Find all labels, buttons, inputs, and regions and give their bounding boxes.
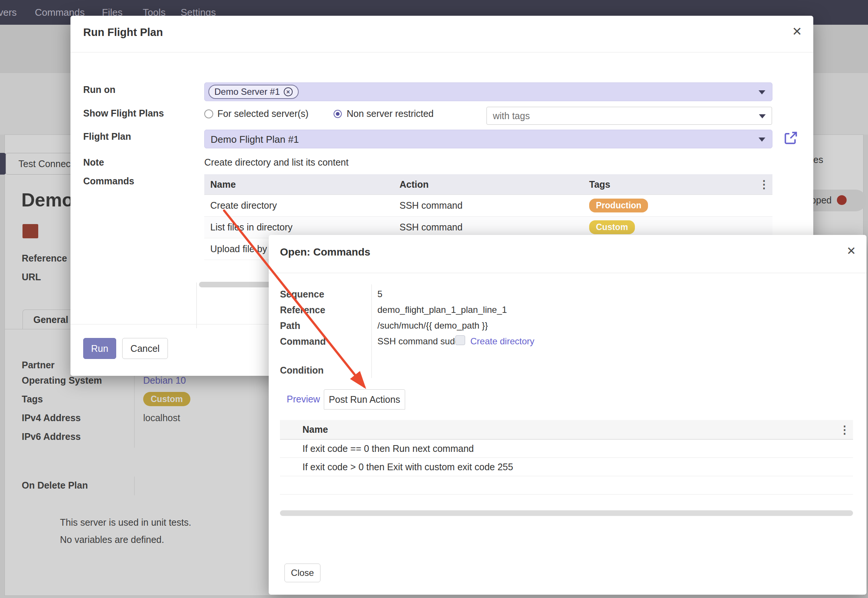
run-on-label: Run on	[83, 84, 115, 95]
chevron-down-icon[interactable]	[759, 114, 766, 118]
action-name: If exit code > 0 then Exit with custom e…	[297, 462, 853, 472]
server-tag-label: Demo Server #1	[214, 87, 280, 97]
flight-plan-label: Flight Plan	[83, 131, 131, 142]
row-name: List files in directory	[204, 222, 394, 233]
path-label: Path	[280, 320, 300, 331]
flight-plan-value: Demo Flight Plan #1	[211, 134, 299, 145]
close-button[interactable]: Close	[284, 564, 320, 582]
sequence-label: Sequence	[280, 289, 324, 300]
run-modal-header: Run Flight Plan ✕	[70, 16, 813, 52]
server-tag-chip[interactable]: Demo Server #1 ✕	[208, 85, 299, 99]
flight-plan-select[interactable]: Demo Flight Plan #1	[204, 130, 772, 148]
commands-table-header: Name Action Tags ⋮	[204, 174, 772, 195]
radio-for-selected-servers-label[interactable]: For selected server(s)	[217, 108, 308, 119]
command-label: Command	[280, 336, 326, 347]
tag-badge-custom: Custom	[589, 220, 635, 234]
radio-for-selected-servers[interactable]	[204, 109, 213, 118]
action-name: If exit code == 0 then Run next command	[297, 443, 853, 454]
close-icon[interactable]: ✕	[792, 25, 802, 37]
column-header-action[interactable]: Action	[394, 179, 583, 190]
row-action: SSH command	[394, 222, 583, 233]
close-icon[interactable]: ✕	[847, 245, 856, 257]
row-name: Create directory	[204, 200, 394, 211]
tag-badge-production: Production	[589, 199, 648, 212]
tab-post-run-actions[interactable]: Post Run Actions	[324, 389, 405, 410]
cancel-button[interactable]: Cancel	[122, 338, 168, 359]
row-action: SSH command	[394, 200, 583, 211]
note-label: Note	[83, 157, 104, 168]
actions-table-header: Name ⋮	[280, 420, 853, 440]
column-header-name[interactable]: Name	[204, 179, 394, 190]
kebab-menu-icon[interactable]: ⋮	[839, 424, 850, 435]
column-header-tags[interactable]: Tags	[583, 179, 772, 190]
post-run-actions-table: Name ⋮ If exit code == 0 then Run next c…	[280, 420, 853, 495]
commands-label: Commands	[83, 176, 134, 187]
screen: Servers Commands Files Tools Settings Te…	[0, 0, 868, 598]
chevron-down-icon[interactable]	[759, 90, 765, 94]
with-tags-input[interactable]	[487, 107, 772, 124]
table-row[interactable]: Create directory SSH command Production	[204, 195, 772, 217]
table-row-empty	[280, 476, 853, 495]
run-on-field[interactable]: Demo Server #1 ✕	[204, 82, 772, 101]
field-divider	[371, 284, 372, 378]
create-directory-link[interactable]: Create directory	[470, 336, 534, 347]
table-row[interactable]: If exit code == 0 then Run next command	[280, 440, 853, 458]
show-flight-plans-label: Show Flight Plans	[83, 108, 164, 119]
radio-non-server-restricted-label[interactable]: Non server restricted	[347, 108, 434, 119]
reference-value: demo_flight_plan_1_plan_line_1	[377, 305, 507, 315]
path-value: /such/much/{{ demo_path }}	[377, 320, 488, 331]
external-link-icon[interactable]	[783, 130, 798, 145]
command-value: SSH command sudo	[377, 336, 460, 347]
commands-modal-header: Open: Commands ✕	[269, 235, 867, 273]
horizontal-scrollbar[interactable]	[280, 510, 853, 516]
sequence-value: 5	[377, 289, 382, 299]
kebab-menu-icon[interactable]: ⋮	[759, 179, 769, 190]
with-tags-field	[486, 107, 772, 125]
condition-label: Condition	[280, 365, 324, 376]
column-header-name[interactable]: Name	[297, 424, 853, 435]
radio-non-server-restricted[interactable]	[334, 110, 342, 118]
commands-modal-title: Open: Commands	[280, 246, 370, 258]
run-modal-title: Run Flight Plan	[83, 26, 163, 39]
command-checkbox[interactable]	[455, 335, 465, 345]
run-button[interactable]: Run	[83, 338, 116, 359]
note-value: Create directory and list its content	[204, 157, 349, 168]
pane-divider	[196, 283, 197, 328]
table-row[interactable]: If exit code > 0 then Exit with custom e…	[280, 458, 853, 476]
chevron-down-icon[interactable]	[759, 138, 765, 142]
remove-tag-icon[interactable]: ✕	[284, 87, 293, 96]
tab-preview[interactable]: Preview	[287, 394, 320, 405]
open-commands-modal: Open: Commands ✕ Sequence Reference Path…	[269, 235, 867, 595]
reference-label: Reference	[280, 305, 325, 315]
